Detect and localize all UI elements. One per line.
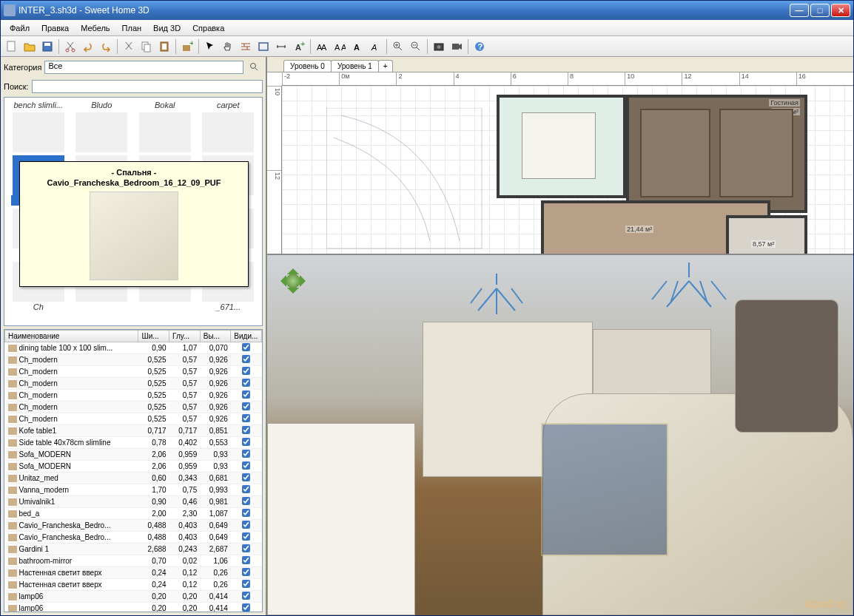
visible-checkbox[interactable] [242,580,250,588]
visible-checkbox[interactable] [242,426,250,434]
close-button[interactable]: ✕ [831,4,850,17]
italic-button[interactable]: A [367,38,383,55]
paste-button[interactable] [156,38,172,55]
catalog-item[interactable]: bench slimli... [7,101,70,152]
table-row[interactable]: Ch_modern0,5250,570,926 [5,413,262,425]
copy-button[interactable] [138,38,155,55]
table-row[interactable]: Ch_modern0,5250,570,926 [5,378,262,390]
nav-up-icon[interactable] [287,263,299,274]
table-row[interactable]: bed_a2,002,301,087 [5,508,262,520]
minimize-button[interactable]: — [790,4,809,17]
table-row[interactable]: Unitaz_med0,600,3430,681 [5,473,262,484]
col-height[interactable]: Вы... [200,331,231,342]
visible-checkbox[interactable] [242,390,250,399]
table-row[interactable]: Ch_modern0,5250,570,926 [5,354,262,366]
zoom-in-button[interactable] [390,38,406,55]
col-visible[interactable]: Види... [231,331,262,342]
col-depth[interactable]: Глу... [169,331,201,342]
open-button[interactable] [21,38,38,55]
new-button[interactable] [4,38,20,55]
nav-right-icon[interactable] [300,275,312,287]
redo-button[interactable] [98,38,114,55]
table-row[interactable]: dining table 100 x 100 slim...0,901,070,… [5,342,262,354]
table-row[interactable]: Sofa_MODERN2,060,9590,93 [5,449,262,461]
nav-center-icon[interactable] [286,274,300,288]
table-row[interactable]: Side table 40x78cm slimline0,780,4020,55… [5,437,262,449]
cut-button[interactable] [62,38,78,55]
table-row[interactable]: Настенная светит вверх0,240,120,26 [5,567,262,579]
furniture-table[interactable]: Наименование Ши... Глу... Вы... Види... … [4,329,263,612]
plan-view[interactable]: Уровень 0 Уровень 1 + -20м246810121416 1… [267,57,853,255]
table-row[interactable]: Vanna_modern1,700,750,993 [5,484,262,496]
table-row[interactable]: Cavio_Francheska_Bedro...0,4880,4030,649 [5,520,262,532]
table-row[interactable]: Kofe table10,7170,7170,851 [5,425,262,437]
help-button[interactable]: ? [471,38,488,55]
visible-checkbox[interactable] [242,532,250,541]
visible-checkbox[interactable] [242,544,250,552]
visible-checkbox[interactable] [242,473,250,481]
nav-left-icon[interactable] [275,275,286,287]
visible-checkbox[interactable] [242,414,250,422]
maximize-button[interactable]: □ [810,4,830,17]
search-input[interactable] [32,80,263,93]
visible-checkbox[interactable] [242,485,250,493]
visible-checkbox[interactable] [242,556,250,564]
room-living[interactable]: Гостиная 42,02 м² [626,95,807,213]
room-tool[interactable] [255,38,272,55]
text-dec-button[interactable]: AA [332,38,348,55]
dimension-tool[interactable] [273,38,289,55]
visible-checkbox[interactable] [242,461,250,470]
bold-button[interactable]: A [349,38,366,55]
furniture-catalog[interactable]: bench slimli...BludoBokalcarpetCaFranc..… [4,97,263,326]
table-row[interactable]: Gardini 12,6880,2432,687 [5,544,262,555]
menu-view3d[interactable]: Вид 3D [147,22,186,34]
table-row[interactable]: bathroom-mirror0,700,021,06 [5,555,262,567]
menu-plan[interactable]: План [116,22,148,34]
tab-level0[interactable]: Уровень 0 [283,60,332,72]
visible-checkbox[interactable] [242,603,250,612]
menu-help[interactable]: Справка [186,22,230,34]
add-furniture-button[interactable]: + [179,38,195,55]
table-row[interactable]: Настенная светит вверх0,240,120,26 [5,579,262,591]
table-row[interactable]: Ch_modern0,5250,570,926 [5,402,262,413]
visible-checkbox[interactable] [242,521,250,529]
visible-checkbox[interactable] [242,509,250,517]
table-row[interactable]: lamp060,200,200,414 [5,603,262,613]
visible-checkbox[interactable] [242,355,250,363]
visible-checkbox[interactable] [242,343,250,351]
nav-controls[interactable] [275,263,312,299]
catalog-item[interactable]: Bokal [134,101,196,152]
table-row[interactable]: Cavio_Francheska_Bedro...0,4880,4030,649 [5,532,262,544]
save-button[interactable] [39,38,56,55]
view-3d[interactable]: koruf.ru [267,255,853,615]
visible-checkbox[interactable] [242,367,250,375]
catalog-item[interactable]: Bludo [71,101,133,152]
table-row[interactable]: Umivalnik10,900,460,981 [5,496,262,508]
menu-furniture[interactable]: Мебель [75,22,115,34]
col-width[interactable]: Ши... [138,331,169,342]
nav-down-icon[interactable] [287,288,299,299]
table-row[interactable]: lamp060,200,200,414 [5,591,262,603]
tab-add[interactable]: + [378,60,393,72]
room-bath[interactable]: 8,57 м² [726,215,807,254]
room-dining[interactable]: 14,87 м² [497,95,626,198]
catalog-item[interactable]: carpet [198,101,260,152]
floorplan-canvas[interactable]: 14,87 м² Гостиная 42,02 м² 21,44 м² [282,86,853,254]
menu-file[interactable]: Файл [4,22,36,34]
photo-button[interactable] [431,38,447,55]
text-inc-button[interactable]: AA [314,38,330,55]
video-button[interactable] [448,38,465,55]
select-tool[interactable] [202,38,218,55]
text-tool[interactable]: A+ [291,38,307,55]
category-select[interactable]: Все [44,61,243,74]
visible-checkbox[interactable] [242,568,250,576]
visible-checkbox[interactable] [242,402,250,410]
table-row[interactable]: Sofa_MODERN2,060,9590,93 [5,461,262,473]
cut2-button[interactable] [121,38,137,55]
table-row[interactable]: Ch_modern0,5250,570,926 [5,390,262,402]
wall-tool[interactable] [238,38,254,55]
tab-level1[interactable]: Уровень 1 [331,60,379,72]
table-row[interactable]: Ch_modern0,5250,570,926 [5,366,262,378]
visible-checkbox[interactable] [242,592,250,600]
visible-checkbox[interactable] [242,438,250,446]
